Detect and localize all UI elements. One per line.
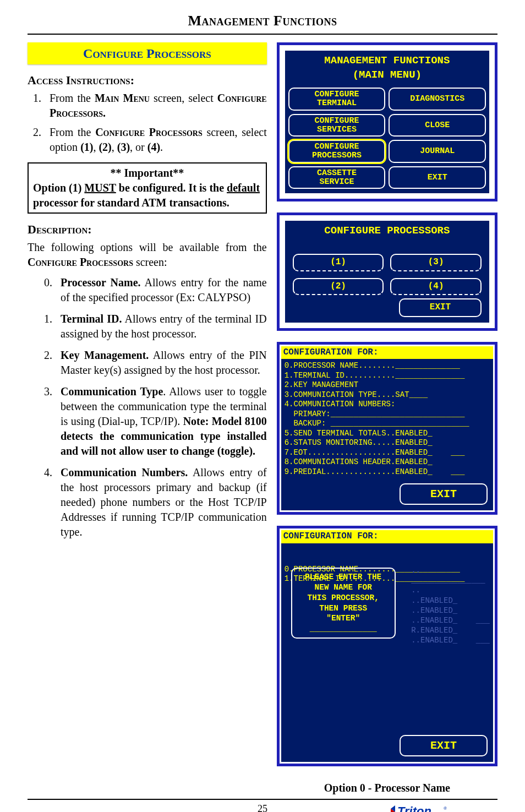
atm-configure-processors-panel: CONFIGURE PROCESSORS (1) (3) (2) (4) EXI… [277,212,497,330]
configure-terminal-button[interactable]: CONFIGURE TERMINAL [288,88,386,111]
access-step-1: From the Main Menu screen, select Config… [44,91,267,121]
configure-services-button[interactable]: CONFIGURE SERVICES [288,114,386,137]
cassette-service-button[interactable]: CASSETTE SERVICE [288,166,386,189]
config-for-panel-2: CONFIGURATION FOR: 0.PROCESSOR NAME.....… [277,526,497,766]
important-title: ** Important** [33,166,261,181]
footer: 25 Triton WHERE MONEY COMES FROM.™ A DOV… [28,799,497,812]
svg-text:®: ® [444,806,447,811]
access-heading: Access Instructions: [28,72,267,89]
option-4: Communication Numbers. Allows entry of t… [44,465,267,539]
config1-exit-button[interactable]: EXIT [400,483,488,505]
important-note: ** Important** Option (1) MUST be config… [28,162,267,214]
config2-bg-text: .. ________________ .. ..ENABLED_ ..ENAB… [411,565,490,646]
exit-button[interactable]: EXIT [389,166,486,189]
section-title: Configure Processors [28,42,267,64]
option-0: Processor Name. Allows entry for the nam… [44,275,267,305]
option-2: Key Management. Allows entry of the PIN … [44,348,267,378]
close-button[interactable]: CLOSE [389,114,486,137]
page-title: Management Functions [28,11,497,35]
config2-exit-button[interactable]: EXIT [400,735,488,756]
option-1: Terminal ID. Allows entry of the termina… [44,312,267,341]
config-for-panel-1: CONFIGURATION FOR: 0.PROCESSOR NAME.....… [277,342,497,515]
config-for-body-2: 0.PROCESSOR NAME........______________ 1… [281,543,493,732]
config-for-label-1: CONFIGURATION FOR: [281,346,493,359]
right-column: MANAGEMENT FUNCTIONS (MAIN MENU) CONFIGU… [277,42,497,795]
atm-main-menu-panel: MANAGEMENT FUNCTIONS (MAIN MENU) CONFIGU… [277,42,497,201]
processor-2-button[interactable]: (2) [293,278,384,296]
access-step-2: From the Configure Processors screen, se… [44,125,267,155]
journal-button[interactable]: JOURNAL [389,140,486,163]
cp-exit-button[interactable]: EXIT [399,298,482,317]
atm-main-title: MANAGEMENT FUNCTIONS (MAIN MENU) [285,51,489,85]
config-for-body-1: 0.PROCESSOR NAME........______________ 1… [281,359,493,480]
option-3: Communication Type. Allows user to toggl… [44,384,267,459]
description-intro: The following options will be available … [28,240,267,270]
description-heading: Description: [28,221,267,238]
configure-processors-button[interactable]: CONFIGURE PROCESSORS [288,140,386,163]
processor-4-button[interactable]: (4) [390,278,482,296]
svg-text:Triton: Triton [397,804,431,812]
processor-3-button[interactable]: (3) [390,254,482,271]
atm-cp-title: CONFIGURE PROCESSORS [285,221,489,242]
diagnostics-button[interactable]: DIAGNOSTICS [389,88,486,111]
processor-1-button[interactable]: (1) [293,254,384,271]
left-column: Configure Processors Access Instructions… [28,42,267,795]
processor-name-dialog: PLEASE ENTER THE NEW NAME FOR THIS PROCE… [291,568,396,639]
config-for-label-2: CONFIGURATION FOR: [281,530,493,543]
caption-option-0: Option 0 - Processor Name [277,781,497,795]
triton-logo: Triton WHERE MONEY COMES FROM.™ A DOVER … [387,804,497,812]
